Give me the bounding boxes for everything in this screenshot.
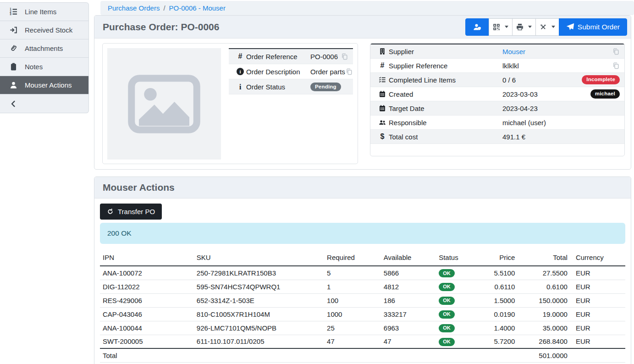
sidebar-item-notes[interactable]: Notes [0, 58, 88, 76]
sidebar-item-label: Line Items [25, 8, 56, 16]
detail-label: Order Reference [246, 53, 310, 61]
footer-total-value: 501.0000 [515, 348, 568, 362]
table-row: RES-429006652-3314Z-1-503E100186OK1.5000… [100, 293, 625, 307]
cell-ipn: ANA-100072 [100, 266, 197, 280]
cell-ipn: DIG-112022 [100, 280, 197, 293]
sidebar-item-line-items[interactable]: 123Line Items [0, 3, 88, 21]
cell-available: 333217 [384, 307, 439, 321]
cell-sku: 250-72981KLRATR150B3 [197, 266, 327, 280]
detail-value: 491.1 € [502, 133, 620, 141]
detail-value: Pending [310, 82, 348, 91]
mouser-actions-panel: Mouser Actions Transfer PO 200 OK IPNSKU… [94, 176, 631, 364]
copy-icon[interactable] [612, 48, 620, 55]
sidebar-collapse-button[interactable] [0, 94, 88, 113]
breadcrumb: Purchase Orders / PO-0006 - Mouser [100, 1, 634, 15]
column-header-available: Available [384, 252, 439, 266]
cell-status: OK [439, 293, 481, 307]
sidebar-item-attachments[interactable]: Attachments [0, 39, 88, 58]
column-header-required: Required [327, 252, 384, 266]
cell-status: OK [439, 266, 481, 280]
calendar-icon [376, 105, 389, 112]
detail-row-extra [612, 62, 620, 70]
breadcrumb-link-purchase-orders[interactable]: Purchase Orders [108, 4, 160, 12]
cell-total: 19.0000 [515, 307, 568, 321]
detail-label: Order Description [246, 68, 310, 76]
cell-available: 5866 [384, 266, 439, 280]
cell-available: 4812 [384, 280, 439, 293]
cell-price: 0.0190 [481, 307, 515, 321]
caret-down-icon [528, 26, 532, 28]
barcode-actions-button[interactable] [489, 18, 513, 36]
status-alert: 200 OK [100, 223, 625, 244]
cell-status: OK [439, 307, 481, 321]
order-summary-card: #Order ReferencePO-0006iOrder Descriptio… [102, 43, 358, 164]
cell-available: 186 [384, 293, 439, 307]
cell-required: 1000 [327, 307, 384, 321]
panel-title: Mouser Actions [103, 182, 175, 193]
cell-price: 0.6110 [481, 280, 515, 293]
user-shield-icon [473, 23, 481, 31]
copy-icon[interactable] [345, 68, 353, 76]
part-image-placeholder[interactable] [107, 48, 221, 160]
cell-required: 5 [327, 266, 384, 280]
order-details-table: #Order ReferencePO-0006iOrder Descriptio… [229, 48, 353, 94]
admin-button[interactable] [465, 18, 489, 36]
cell-total: 0.6100 [515, 280, 568, 293]
footer-empty-cell [568, 348, 625, 362]
column-header-ipn: IPN [100, 252, 197, 266]
cell-required: 100 [327, 293, 384, 307]
cell-currency: EUR [568, 293, 625, 307]
cell-total: 268.8400 [515, 335, 568, 348]
sidebar: 123Line ItemsReceived StockAttachmentsNo… [0, 2, 89, 113]
transfer-po-button[interactable]: Transfer PO [100, 204, 162, 220]
table-row: ANA-100072250-72981KLRATR150B355866OK5.5… [100, 266, 625, 280]
svg-text:3: 3 [10, 12, 11, 16]
sidebar-item-mouser-actions[interactable]: Mouser Actions [0, 76, 88, 94]
mouser-actions-panel-header: Mouser Actions [94, 177, 631, 199]
sidebar-item-label: Received Stock [25, 26, 72, 34]
sidebar-item-label: Mouser Actions [25, 81, 72, 89]
transfer-po-label: Transfer PO [118, 208, 155, 215]
cell-sku: 595-SN74HCS74QPWRQ1 [197, 280, 327, 293]
cell-required: 47 [327, 335, 384, 348]
detail-row: Target Date2023-04-23 [370, 101, 624, 116]
detail-label: Created [389, 90, 502, 98]
hash-icon: # [376, 62, 389, 69]
cell-status: OK [439, 335, 481, 348]
status-icon: i [234, 83, 246, 91]
detail-value: 0 / 6 [502, 76, 582, 84]
detail-value: 2023-03-03 [502, 90, 590, 98]
detail-label: Responsible [389, 119, 502, 127]
parts-table: IPNSKURequiredAvailableStatusPriceTotalC… [100, 252, 625, 363]
cell-currency: EUR [568, 307, 625, 321]
copy-icon[interactable] [612, 62, 620, 70]
purchase-order-panel-header: Purchase Order: PO-0006 [94, 16, 631, 39]
breadcrumb-link-current[interactable]: PO-0006 - Mouser [169, 4, 226, 12]
cell-price: 5.5100 [481, 266, 515, 280]
detail-value-link[interactable]: Mouser [502, 48, 612, 55]
cell-currency: EUR [568, 280, 625, 293]
sidebar-item-received-stock[interactable]: Received Stock [0, 21, 88, 39]
detail-row: #Order ReferencePO-0006 [229, 49, 353, 64]
status-badge: OK [439, 338, 455, 346]
footer-total-label: Total [100, 348, 515, 362]
users-icon [376, 119, 389, 126]
sign-in-icon [9, 26, 18, 35]
detail-row: iOrder DescriptionOrder parts [229, 64, 353, 79]
table-footer-row: Total501.0000 [100, 348, 625, 362]
detail-row-extra [345, 68, 353, 76]
order-actions-button[interactable] [535, 18, 559, 36]
copy-icon[interactable] [341, 53, 348, 61]
detail-label: Completed Line Items [389, 76, 502, 84]
detail-value: 2023-04-23 [502, 105, 620, 112]
cell-ipn: RES-429006 [100, 293, 197, 307]
cell-sku: 611-110.107.011/0205 [197, 335, 327, 348]
chevron-left-icon [9, 99, 18, 108]
cell-sku: 810-C1005X7R1H104M [197, 307, 327, 321]
detail-row-extra [612, 48, 620, 55]
user-icon [9, 81, 18, 90]
tools-icon [539, 23, 547, 31]
status-badge: Incomplete [582, 75, 620, 84]
print-actions-button[interactable] [512, 18, 536, 36]
submit-order-button[interactable]: Submit Order [559, 18, 627, 36]
